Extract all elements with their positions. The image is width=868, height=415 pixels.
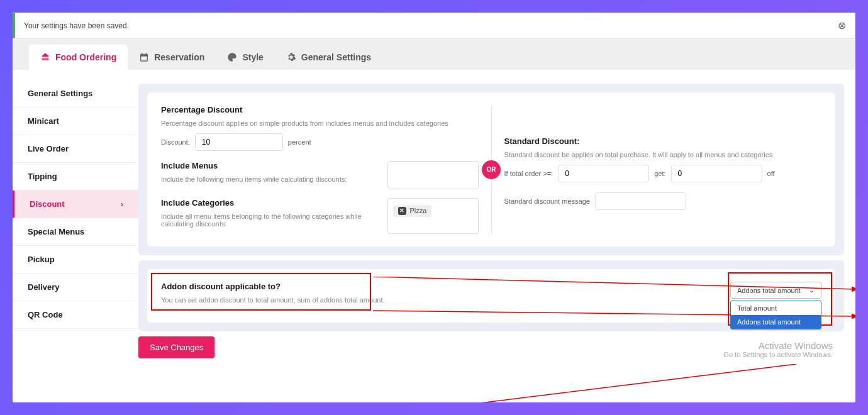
right-column: Standard Discount: Standard discount be … xyxy=(504,105,822,234)
addon-dropdown-wrap: Addons total amount ⌄ Total amount Addon… xyxy=(730,282,821,299)
discount-message-input[interactable] xyxy=(595,192,686,210)
category-tag: ✕ Pizza xyxy=(393,205,432,217)
chevron-right-icon: › xyxy=(121,199,123,209)
activate-windows: Activate Windows Go to Settings to activ… xyxy=(723,340,833,358)
sidebar-item-label: General Settings xyxy=(28,89,92,98)
sidebar-item-label: Delivery xyxy=(28,282,60,292)
standard-title: Standard Discount: xyxy=(504,136,822,146)
sidebar-item-general-settings[interactable]: General Settings xyxy=(13,80,138,108)
include-categories-input[interactable]: ✕ Pizza xyxy=(387,198,479,234)
food-icon xyxy=(40,52,50,62)
include-menus-title: Include Menus xyxy=(161,161,371,170)
content: Percentage Discount Percentage discount … xyxy=(138,70,855,402)
tab-style[interactable]: Style xyxy=(216,45,274,70)
discount-row: Discount: percent xyxy=(161,133,479,151)
left-column: Percentage Discount Percentage discount … xyxy=(161,105,479,234)
get-input[interactable] xyxy=(671,165,762,182)
addon-panel: Addon discount applicable to? You can se… xyxy=(138,260,844,331)
sidebar-item-label: Minicart xyxy=(28,116,59,126)
palette-icon xyxy=(227,52,237,62)
sidebar-item-label: QR Code xyxy=(28,310,63,319)
get-label: get: xyxy=(654,170,665,177)
percentage-desc: Percentage discount applies on simple pr… xyxy=(161,119,479,127)
addon-row: Addon discount applicable to? You can se… xyxy=(161,282,821,310)
discount-input[interactable] xyxy=(195,133,283,151)
main-area: General Settings Minicart Live Order Tip… xyxy=(13,70,855,402)
addon-title: Addon discount applicable to? xyxy=(161,282,385,291)
sidebar-item-qr-code[interactable]: QR Code xyxy=(13,301,138,329)
sidebar-item-label: Live Order xyxy=(28,144,69,153)
sidebar-item-label: Special Menus xyxy=(28,227,84,236)
sidebar-item-label: Tipping xyxy=(28,172,57,181)
standard-condition-row: If total order >=: get: off xyxy=(504,165,822,182)
activate-title: Activate Windows xyxy=(723,340,833,351)
off-label: off xyxy=(767,170,775,177)
addon-dropdown-list: Total amount Addons total amount xyxy=(730,301,821,329)
sidebar-item-label: Discount xyxy=(30,199,65,209)
standard-desc: Standard discount be applies on total pu… xyxy=(504,151,822,158)
dropdown-selected: Addons total amount xyxy=(737,287,801,294)
success-notice: Your settings have been saved. ⊗ xyxy=(13,13,855,38)
discount-panel: Percentage Discount Percentage discount … xyxy=(138,84,844,255)
discount-label: Discount: xyxy=(161,138,190,146)
include-menus-row: Include Menus Include the following menu… xyxy=(161,161,479,189)
percentage-title: Percentage Discount xyxy=(161,105,479,114)
include-categories-desc: Include all menu items belonging to the … xyxy=(161,213,371,228)
include-categories-title: Include Categories xyxy=(161,198,371,208)
addon-dropdown[interactable]: Addons total amount ⌄ xyxy=(730,282,821,299)
percent-label: percent xyxy=(288,138,311,146)
tab-reservation[interactable]: Reservation xyxy=(128,45,216,70)
addon-card: Addon discount applicable to? You can se… xyxy=(147,269,835,323)
tab-label: Food Ordering xyxy=(55,52,116,62)
tab-label: Style xyxy=(242,52,263,62)
sidebar-item-special-menus[interactable]: Special Menus xyxy=(13,218,138,246)
or-badge: OR xyxy=(482,160,501,179)
include-menus-input[interactable] xyxy=(387,161,479,189)
svg-line-2 xyxy=(220,364,796,402)
tag-label: Pizza xyxy=(410,207,427,214)
tab-food-ordering[interactable]: Food Ordering xyxy=(29,45,128,70)
chevron-down-icon: ⌄ xyxy=(809,286,815,294)
if-total-input[interactable] xyxy=(558,165,649,182)
if-label: If total order >=: xyxy=(504,170,554,177)
notice-text: Your settings have been saved. xyxy=(24,21,129,30)
tab-general-settings[interactable]: General Settings xyxy=(275,45,382,70)
standard-message-row: Standard discount message xyxy=(504,192,822,210)
sidebar-item-delivery[interactable]: Delivery xyxy=(13,274,138,301)
footer-row: Save Changes Activate Windows Go to Sett… xyxy=(138,336,844,361)
activate-subtitle: Go to Settings to activate Windows. xyxy=(723,351,833,358)
tab-label: Reservation xyxy=(154,52,204,62)
sidebar-item-tipping[interactable]: Tipping xyxy=(13,163,138,191)
save-button[interactable]: Save Changes xyxy=(138,336,214,358)
gear-icon xyxy=(286,52,296,62)
annotation-arrow-save xyxy=(216,364,808,402)
dropdown-option-addons[interactable]: Addons total amount xyxy=(731,315,821,329)
tab-label: General Settings xyxy=(301,52,371,62)
dropdown-option-total[interactable]: Total amount xyxy=(731,301,821,315)
addon-desc: You can set addon discount to total amou… xyxy=(161,296,385,304)
sidebar: General Settings Minicart Live Order Tip… xyxy=(13,70,138,402)
sidebar-item-live-order[interactable]: Live Order xyxy=(13,135,138,163)
calendar-icon xyxy=(139,52,149,62)
sidebar-item-discount[interactable]: Discount› xyxy=(13,191,138,218)
sidebar-item-pickup[interactable]: Pickup xyxy=(13,246,138,274)
app-frame: Your settings have been saved. ⊗ Food Or… xyxy=(13,13,855,402)
include-menus-desc: Include the following menu items while c… xyxy=(161,175,371,183)
tabs-bar: Food Ordering Reservation Style General … xyxy=(13,38,855,70)
msg-label: Standard discount message xyxy=(504,197,590,205)
two-column-layout: Percentage Discount Percentage discount … xyxy=(161,105,821,234)
include-categories-row: Include Categories Include all menu item… xyxy=(161,198,479,234)
remove-tag-icon[interactable]: ✕ xyxy=(398,207,406,215)
sidebar-item-label: Pickup xyxy=(28,255,55,264)
discount-card: Percentage Discount Percentage discount … xyxy=(147,92,835,246)
close-icon[interactable]: ⊗ xyxy=(838,19,846,31)
sidebar-item-minicart[interactable]: Minicart xyxy=(13,108,138,135)
